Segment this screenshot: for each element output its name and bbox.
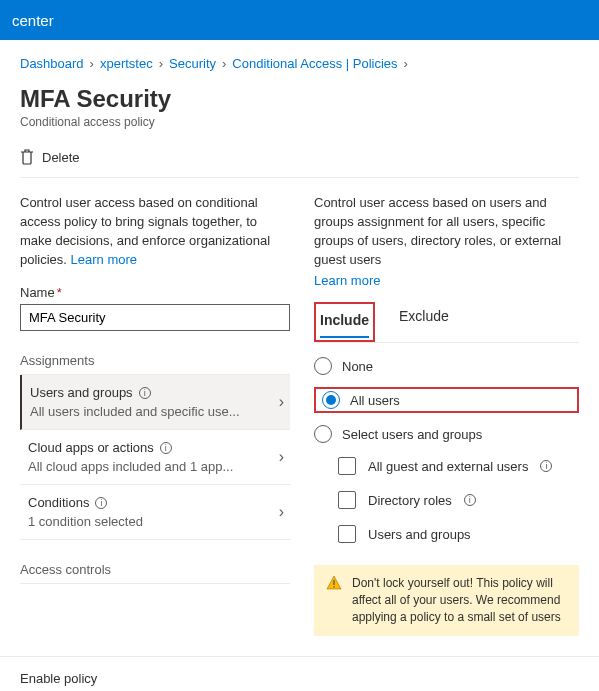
learn-more-link[interactable]: Learn more bbox=[71, 252, 137, 267]
info-icon[interactable]: i bbox=[464, 494, 476, 506]
check-label: Users and groups bbox=[368, 527, 471, 542]
radio-label: All users bbox=[350, 393, 400, 408]
assignment-value: All cloud apps included and 1 app... bbox=[28, 459, 279, 474]
info-icon[interactable]: i bbox=[540, 460, 552, 472]
chevron-right-icon: › bbox=[90, 56, 94, 71]
right-description: Control user access based on users and g… bbox=[314, 194, 579, 269]
highlight-all-users: All users bbox=[314, 387, 579, 413]
assignments-header: Assignments bbox=[20, 353, 290, 375]
left-description: Control user access based on conditional… bbox=[20, 194, 290, 269]
user-filters-checklist: All guest and external users i Directory… bbox=[338, 457, 579, 543]
left-panel: Control user access based on conditional… bbox=[20, 194, 290, 636]
breadcrumb: Dashboard › xpertstec › Security › Condi… bbox=[20, 56, 579, 71]
assignment-title: Conditions bbox=[28, 495, 89, 510]
toolbar: Delete bbox=[20, 143, 579, 178]
radio-icon bbox=[314, 357, 332, 375]
learn-more-link[interactable]: Learn more bbox=[314, 273, 380, 288]
trash-icon bbox=[20, 149, 34, 165]
delete-button[interactable]: Delete bbox=[20, 149, 80, 165]
tab-exclude[interactable]: Exclude bbox=[399, 302, 449, 342]
check-label: Directory roles bbox=[368, 493, 452, 508]
delete-label: Delete bbox=[42, 150, 80, 165]
page-title: MFA Security bbox=[20, 85, 579, 113]
radio-label: None bbox=[342, 359, 373, 374]
check-users-groups[interactable]: Users and groups bbox=[338, 525, 579, 543]
assignment-title: Cloud apps or actions bbox=[28, 440, 154, 455]
assignment-title: Users and groups bbox=[30, 385, 133, 400]
chevron-right-icon: › bbox=[159, 56, 163, 71]
include-exclude-tabs: Include Exclude bbox=[314, 302, 579, 343]
name-label: Name* bbox=[20, 285, 290, 300]
app-title: center bbox=[12, 12, 54, 29]
info-icon[interactable]: i bbox=[139, 387, 151, 399]
right-panel: Control user access based on users and g… bbox=[314, 194, 579, 636]
info-icon[interactable]: i bbox=[95, 497, 107, 509]
check-directory-roles[interactable]: Directory roles i bbox=[338, 491, 579, 509]
chevron-right-icon: › bbox=[279, 393, 284, 411]
assignment-conditions[interactable]: Conditions i 1 condition selected › bbox=[20, 485, 290, 540]
enable-policy-label: Enable policy bbox=[20, 671, 579, 686]
assignment-cloud-apps[interactable]: Cloud apps or actions i All cloud apps i… bbox=[20, 430, 290, 485]
breadcrumb-tenant[interactable]: xpertstec bbox=[100, 56, 153, 71]
required-indicator: * bbox=[57, 285, 62, 300]
warning-banner: Don't lock yourself out! This policy wil… bbox=[314, 565, 579, 635]
checkbox-icon bbox=[338, 457, 356, 475]
radio-icon bbox=[314, 425, 332, 443]
breadcrumb-policies[interactable]: Conditional Access | Policies bbox=[232, 56, 397, 71]
user-scope-radios: None All users Select users and groups bbox=[314, 357, 579, 443]
chevron-right-icon: › bbox=[279, 448, 284, 466]
assignment-value: All users included and specific use... bbox=[30, 404, 279, 419]
highlight-include: Include bbox=[314, 302, 375, 342]
radio-none[interactable]: None bbox=[314, 357, 579, 375]
access-controls-header: Access controls bbox=[20, 562, 290, 584]
radio-label: Select users and groups bbox=[342, 427, 482, 442]
info-icon[interactable]: i bbox=[160, 442, 172, 454]
checkbox-icon bbox=[338, 491, 356, 509]
warning-icon bbox=[326, 575, 342, 625]
check-guest-external[interactable]: All guest and external users i bbox=[338, 457, 579, 475]
chevron-right-icon: › bbox=[404, 56, 408, 71]
checkbox-icon bbox=[338, 525, 356, 543]
chevron-right-icon: › bbox=[222, 56, 226, 71]
radio-all-users[interactable]: All users bbox=[322, 391, 571, 409]
top-app-bar: center bbox=[0, 0, 599, 40]
name-input[interactable] bbox=[20, 304, 290, 331]
assignment-users-groups[interactable]: Users and groups i All users included an… bbox=[20, 375, 290, 430]
breadcrumb-security[interactable]: Security bbox=[169, 56, 216, 71]
warning-text: Don't lock yourself out! This policy wil… bbox=[352, 575, 567, 625]
bottom-bar: Enable policy Report-only On Off Save bbox=[0, 656, 599, 691]
assignment-value: 1 condition selected bbox=[28, 514, 279, 529]
radio-select-users-groups[interactable]: Select users and groups bbox=[314, 425, 579, 443]
page-subtitle: Conditional access policy bbox=[20, 115, 579, 129]
svg-rect-0 bbox=[333, 580, 334, 585]
breadcrumb-dashboard[interactable]: Dashboard bbox=[20, 56, 84, 71]
chevron-right-icon: › bbox=[279, 503, 284, 521]
svg-rect-1 bbox=[333, 586, 334, 587]
check-label: All guest and external users bbox=[368, 459, 528, 474]
tab-include[interactable]: Include bbox=[320, 306, 369, 338]
radio-icon bbox=[322, 391, 340, 409]
